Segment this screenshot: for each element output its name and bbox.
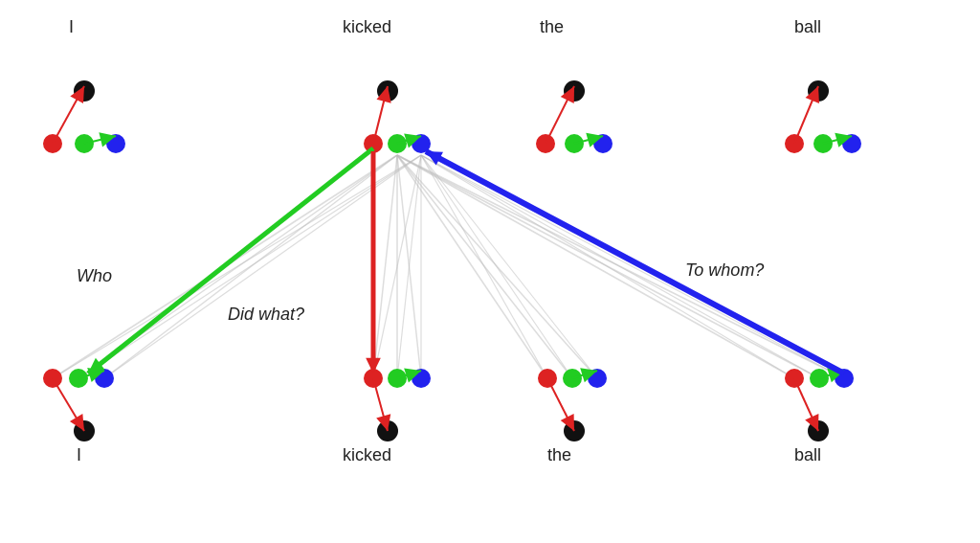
word-top-the: the — [540, 17, 564, 37]
word-top-kicked: kicked — [343, 17, 391, 37]
word-bottom-kicked: kicked — [343, 445, 391, 465]
diagram-canvas — [0, 0, 980, 543]
word-bottom-I: I — [77, 445, 81, 465]
word-bottom-ball: ball — [794, 445, 821, 465]
label-did-what: Did what? — [228, 305, 304, 325]
label-who: Who — [77, 266, 112, 286]
word-top-I: I — [69, 17, 74, 37]
label-to-whom: To whom? — [685, 260, 764, 281]
word-bottom-the: the — [547, 445, 571, 465]
word-top-ball: ball — [794, 17, 821, 37]
